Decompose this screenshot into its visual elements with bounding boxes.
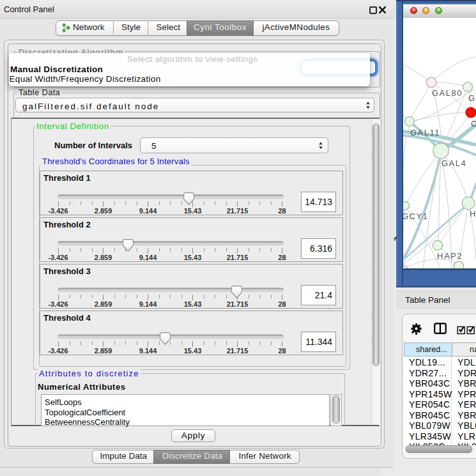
svg-text:C: C xyxy=(471,119,476,128)
svg-text:GAL80: GAL80 xyxy=(432,88,463,98)
svg-text:GAL4: GAL4 xyxy=(441,158,466,168)
svg-text:H: H xyxy=(470,209,476,219)
svg-text:GAL11: GAL11 xyxy=(410,128,440,137)
svg-text:HAP2: HAP2 xyxy=(437,251,463,261)
svg-text:GA: GA xyxy=(468,93,476,103)
svg-text:GCY1: GCY1 xyxy=(403,211,428,221)
